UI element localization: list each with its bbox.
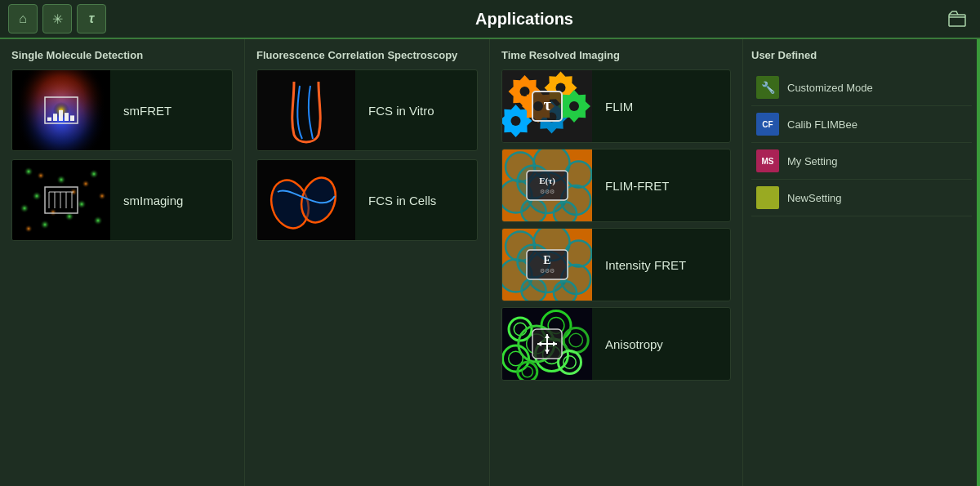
my-setting-label: My Setting bbox=[787, 155, 837, 167]
intensity-fret-thumbnail bbox=[502, 228, 592, 301]
smimaging-thumbnail bbox=[12, 159, 110, 241]
fcs-title: Fluorescence Correlation Spectroscopy bbox=[256, 49, 478, 61]
my-setting-badge: MS bbox=[756, 149, 779, 172]
smd-column: Single Molecule Detection smFRET smImagi… bbox=[0, 39, 245, 486]
flim-label: FLIM bbox=[592, 100, 633, 114]
calib-flimbee-item[interactable]: CF Calib FLIMBee bbox=[751, 106, 972, 143]
app-header: ⌂ ✳ τ Applications bbox=[0, 0, 980, 39]
page-title: Applications bbox=[106, 10, 942, 29]
smfret-card[interactable]: smFRET bbox=[11, 69, 233, 151]
fcs-cells-card[interactable]: FCS in Cells bbox=[256, 159, 478, 241]
calib-flimbee-label: Calib FLIMBee bbox=[787, 118, 858, 131]
tri-column: Time Resolved Imaging FLIM FLIM-FRET Int… bbox=[490, 39, 743, 486]
tri-title: Time Resolved Imaging bbox=[501, 49, 731, 61]
home-button[interactable]: ⌂ bbox=[8, 4, 38, 33]
smimaging-label: smImaging bbox=[110, 194, 183, 207]
anisotropy-label: Anisotropy bbox=[592, 337, 663, 351]
tau-button[interactable]: τ bbox=[77, 4, 106, 33]
svg-rect-0 bbox=[949, 15, 965, 26]
intensity-fret-label: Intensity FRET bbox=[592, 258, 686, 272]
calib-flimbee-badge: CF bbox=[756, 113, 779, 136]
customized-mode-label: Customized Mode bbox=[787, 82, 873, 94]
fcs-cells-label: FCS in Cells bbox=[355, 194, 436, 207]
customized-mode-badge: 🔧 bbox=[756, 76, 779, 99]
fcs-vitro-thumbnail bbox=[257, 69, 355, 151]
smd-title: Single Molecule Detection bbox=[11, 49, 233, 61]
smfret-thumbnail bbox=[12, 69, 110, 151]
fcs-cells-thumbnail bbox=[257, 159, 355, 241]
anisotropy-thumbnail bbox=[502, 307, 592, 381]
anisotropy-card[interactable]: Anisotropy bbox=[501, 307, 731, 381]
flim-fret-label: FLIM-FRET bbox=[592, 179, 669, 193]
flim-fret-card[interactable]: FLIM-FRET bbox=[501, 149, 731, 222]
fcs-vitro-label: FCS in Vitro bbox=[355, 104, 434, 118]
fcs-column: Fluorescence Correlation Spectroscopy FC… bbox=[245, 39, 490, 486]
new-setting-badge bbox=[756, 186, 779, 209]
flim-fret-thumbnail bbox=[502, 149, 592, 222]
new-setting-label: NewSetting bbox=[787, 192, 841, 204]
customized-mode-item[interactable]: 🔧 Customized Mode bbox=[751, 69, 972, 106]
new-setting-item[interactable]: NewSetting bbox=[751, 180, 972, 216]
my-setting-item[interactable]: MS My Setting bbox=[751, 143, 972, 180]
main-content: Single Molecule Detection smFRET smImagi… bbox=[0, 39, 980, 486]
intensity-fret-card[interactable]: Intensity FRET bbox=[501, 228, 731, 301]
flim-card[interactable]: FLIM bbox=[501, 69, 731, 143]
fcs-vitro-card[interactable]: FCS in Vitro bbox=[256, 69, 478, 151]
settings-button[interactable]: ✳ bbox=[42, 4, 72, 33]
flim-thumbnail bbox=[502, 69, 592, 143]
header-nav-icons: ⌂ ✳ τ bbox=[8, 4, 106, 33]
user-title: User Defined bbox=[751, 49, 972, 61]
user-defined-column: User Defined 🔧 Customized Mode CF Calib … bbox=[743, 39, 980, 486]
smfret-label: smFRET bbox=[110, 104, 172, 118]
smimaging-card[interactable]: smImaging bbox=[11, 159, 233, 241]
folder-button[interactable] bbox=[942, 4, 972, 33]
